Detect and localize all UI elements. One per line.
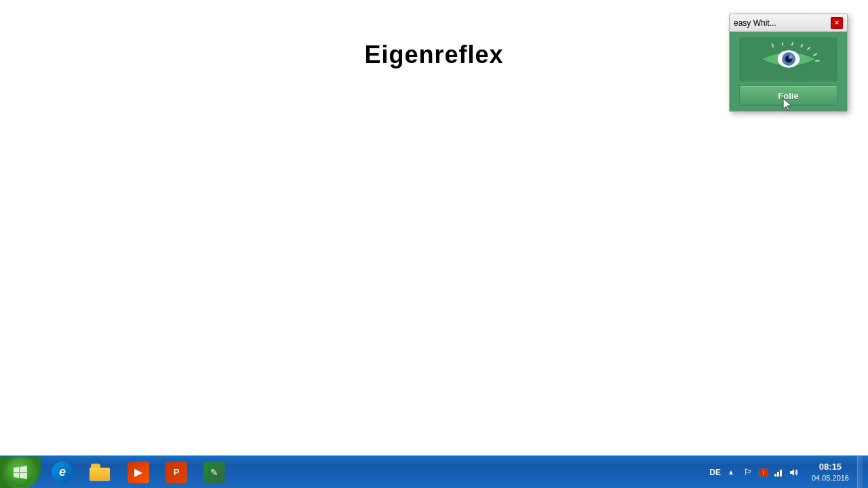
tray-expand-button[interactable]: ▲ [726,467,736,477]
easy-whit-widget: easy Whit... × [729,14,848,112]
shield-icon: ! [758,467,769,478]
svg-rect-13 [777,472,779,476]
taskbar-icon-folder[interactable] [82,459,119,486]
start-button[interactable] [0,456,41,489]
svg-line-2 [791,43,793,46]
svg-line-9 [813,54,816,56]
widget-close-button[interactable]: × [831,17,843,29]
volume-tray-icon[interactable] [787,466,800,479]
system-tray: DE ▲ 🏳 ! [707,456,868,489]
notes-icon: ✎ [203,462,225,483]
network-tray-icon[interactable] [772,466,785,479]
widget-follow-button[interactable]: Folie [739,85,837,106]
svg-line-3 [801,44,803,47]
main-content-area: Eigenreflex easy Whit... × [0,0,868,455]
svg-text:!: ! [763,470,764,475]
folder-icon [90,464,111,481]
clock-date: 04.05.2016 [812,473,849,483]
svg-rect-14 [780,470,782,476]
taskbar-icon-ie[interactable]: e [44,459,81,486]
clock-area[interactable]: 08:15 04.05.2016 [806,456,854,489]
widget-titlebar: easy Whit... × [730,14,847,32]
widget-body: Folie [730,32,847,111]
eye-icon [755,41,823,78]
svg-point-8 [789,56,792,59]
page-title: Eigenreflex [364,41,503,69]
language-indicator[interactable]: DE [707,466,724,479]
tray-icons: 🏳 ! [738,466,804,479]
show-desktop-button[interactable] [857,456,863,489]
flag-tray-icon[interactable]: 🏳 [743,466,755,479]
svg-line-0 [772,43,773,47]
svg-line-4 [807,47,810,50]
start-orb [6,458,35,487]
taskbar-icon-powerpoint[interactable]: P [158,459,195,486]
windows-logo [11,463,30,482]
security-tray-icon[interactable]: ! [757,466,770,479]
powerpoint-icon: P [165,462,187,483]
widget-title: easy Whit... [734,18,776,28]
svg-rect-12 [774,474,776,476]
network-icon [773,467,784,478]
taskbar-icon-notes[interactable]: ✎ [196,459,233,486]
volume-icon [788,467,799,478]
ie-icon: e [52,462,73,483]
taskbar-icon-mediaplayer[interactable]: ▶ [120,459,157,486]
taskbar: e ▶ P ✎ DE ▲ 🏳 ! [0,455,868,488]
media-player-icon: ▶ [127,462,149,483]
widget-eye-area [739,37,837,81]
clock-time: 08:15 [819,462,842,473]
